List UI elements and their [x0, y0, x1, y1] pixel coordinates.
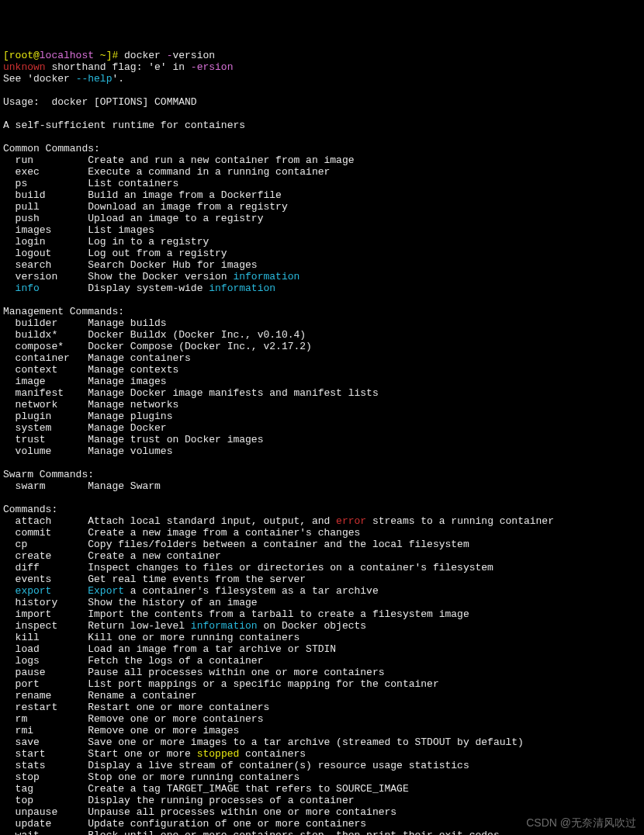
cmd-desc-p1: Display system-wide: [88, 282, 209, 294]
cmd-trust: trust: [16, 434, 88, 445]
cmd-desc: List port mappings or a specific mapping…: [88, 678, 438, 690]
cmd-desc-p1: Start one or more: [88, 748, 196, 760]
section-management: Management Commands:: [3, 306, 124, 317]
help-flag: --help: [76, 73, 113, 85]
cmd-top: top: [16, 795, 88, 806]
cmd-info: info: [16, 282, 88, 294]
cmd-desc: Get real time events from the server: [88, 573, 306, 585]
cmd-ps: ps: [16, 178, 88, 189]
section-swarm: Swarm Commands:: [3, 469, 94, 480]
cmd-desc: Create a new container: [88, 550, 221, 562]
section-common: Common Commands:: [3, 143, 100, 154]
cmd-desc: Pause all processes within one or more c…: [88, 667, 384, 678]
cmd-desc: Log out from a registry: [88, 248, 227, 259]
cmd-builder: builder: [16, 317, 88, 329]
cmd-stop: stop: [16, 771, 88, 783]
cmd-desc: Block until one or more containers stop,…: [88, 830, 500, 835]
cmd-swarm: swarm: [16, 480, 88, 492]
see-line-post: '.: [112, 73, 124, 85]
cmd-desc-p2: on Docker objects: [258, 620, 366, 632]
cmd-events: events: [16, 573, 88, 585]
watermark: CSDN @无奈清风吹过: [526, 817, 636, 829]
cmd-update: update: [16, 818, 88, 830]
cmd-desc: Display the running processes of a conta…: [88, 795, 354, 806]
cmd-context: context: [16, 364, 88, 376]
cmd-desc: Copy files/folders between a container a…: [88, 539, 469, 550]
cmd-desc: Kill one or more running containers: [88, 632, 299, 643]
cmd-buildx: buildx*: [16, 329, 88, 341]
command-arg: version: [172, 50, 215, 61]
cmd-save: save: [16, 736, 88, 748]
cmd-desc: Log in to a registry: [88, 236, 209, 248]
cmd-desc: Remove one or more containers: [88, 713, 263, 725]
cmd-desc: Manage Docker: [88, 422, 166, 434]
cmd-desc: Manage volumes: [88, 445, 172, 457]
cmd-load: load: [16, 643, 88, 655]
cmd-build: build: [16, 189, 88, 201]
error-rest: shorthand flag: 'e' in: [46, 61, 191, 73]
cmd-desc: Create and run a new container from an i…: [88, 154, 354, 166]
cmd-desc: Manage builds: [88, 317, 166, 329]
cmd-import: import: [16, 608, 88, 620]
cmd-wait: wait: [16, 830, 88, 835]
cmd-desc: Import the contents from a tarball to cr…: [88, 608, 469, 620]
cmd-desc: Search Docker Hub for images: [88, 259, 257, 271]
error-word: unknown: [3, 61, 46, 73]
cmd-desc-hl: information: [191, 620, 258, 632]
cmd-compose: compose*: [16, 341, 88, 352]
cmd-desc: Load an image from a tar archive or STDI…: [88, 643, 336, 655]
prompt-bracket: [root@: [3, 50, 40, 61]
cmd-desc: Build an image from a Dockerfile: [88, 189, 282, 201]
cmd-desc: Display a live stream of container(s) re…: [88, 760, 469, 771]
cmd-export: export: [16, 585, 88, 597]
cmd-logout: logout: [16, 248, 88, 259]
cmd-desc: Manage Swarm: [88, 480, 161, 492]
cmd-desc: Execute a command in a running container: [88, 166, 330, 178]
cmd-run: run: [16, 154, 88, 166]
cmd-desc-p1: Show the Docker version: [88, 271, 233, 282]
cmd-desc: Create a new image from a container's ch…: [88, 527, 360, 539]
cmd-rmi: rmi: [16, 725, 88, 736]
cmd-exec: exec: [16, 166, 88, 178]
prompt-host: localhost: [40, 50, 94, 61]
cmd-desc-err: error: [336, 515, 366, 527]
cmd-cp: cp: [16, 539, 88, 550]
cmd-desc: Inspect changes to files or directories …: [88, 562, 493, 573]
cmd-unpause: unpause: [16, 806, 88, 818]
cmd-desc: Restart one or more containers: [88, 702, 269, 713]
description-line: A self-sufficient runtime for containers: [3, 120, 245, 131]
cmd-restart: restart: [16, 702, 88, 713]
cmd-desc: Update configuration of one or more cont…: [88, 818, 366, 830]
cmd-version: version: [16, 271, 88, 282]
cmd-desc: Manage trust on Docker images: [88, 434, 263, 445]
cmd-desc: Save one or more images to a tar archive…: [88, 736, 524, 748]
cmd-desc-p2: streams to a running container: [366, 515, 554, 527]
cmd-search: search: [16, 259, 88, 271]
cmd-plugin: plugin: [16, 411, 88, 422]
error-flag: -ersion: [191, 61, 234, 73]
cmd-desc: Manage images: [88, 376, 166, 387]
cmd-desc: Manage containers: [88, 352, 191, 364]
cmd-port: port: [16, 678, 88, 690]
cmd-attach: attach: [16, 515, 88, 527]
cmd-push: push: [16, 213, 88, 224]
cmd-kill: kill: [16, 632, 88, 643]
cmd-desc-hl: information: [233, 271, 299, 282]
cmd-create: create: [16, 550, 88, 562]
cmd-stats: stats: [16, 760, 88, 771]
cmd-desc: Rename a container: [88, 690, 196, 702]
cmd-commit: commit: [16, 527, 88, 539]
terminal-output[interactable]: [root@localhost ~]# docker -version unkn…: [3, 50, 641, 835]
cmd-desc: Create a tag TARGET_IMAGE that refers to…: [88, 783, 408, 795]
cmd-history: history: [16, 597, 88, 608]
cmd-desc: Stop one or more running containers: [88, 771, 299, 783]
cmd-rename: rename: [16, 690, 88, 702]
cmd-container: container: [16, 352, 88, 364]
cmd-desc: Docker Compose (Docker Inc., v2.17.2): [88, 341, 312, 352]
cmd-desc-hl: Export: [88, 585, 124, 597]
cmd-desc-hl: information: [209, 282, 275, 294]
cmd-volume: volume: [16, 445, 88, 457]
cmd-desc: Manage plugins: [88, 411, 172, 422]
cmd-desc-yl: stopped: [197, 748, 240, 760]
cmd-image: image: [16, 376, 88, 387]
